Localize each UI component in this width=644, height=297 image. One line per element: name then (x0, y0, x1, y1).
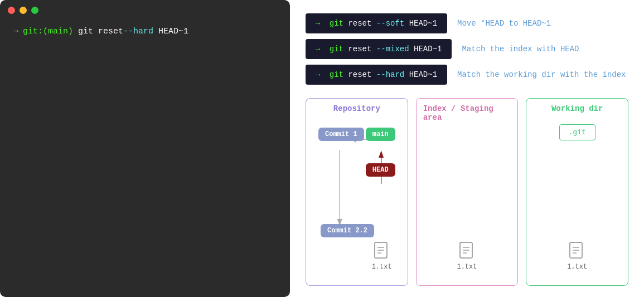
terminal-arrow: → (13, 26, 18, 38)
minimize-button[interactable] (20, 7, 27, 14)
terminal-body: → git:(main) git reset --hard HEAD~1 (0, 20, 290, 44)
cmd-arrow-hard: → (316, 70, 320, 79)
terminal-branch: main (48, 26, 68, 38)
cmd-desc-hard: Match the working dir with the index (457, 70, 626, 79)
index-file-icon-svg (458, 242, 475, 262)
cmd-head-mixed: HEAD~1 (409, 45, 442, 53)
terminal-prompt-end: ) (68, 26, 73, 38)
command-row-mixed: → git reset --mixed HEAD~1 Match the ind… (306, 39, 628, 59)
main-node: main (366, 128, 395, 141)
cmd-git-soft: git (325, 19, 343, 28)
cmd-box-mixed: → git reset --mixed HEAD~1 (306, 39, 452, 59)
cmd-flag-hard: --hard (376, 70, 404, 79)
terminal-cmd: git reset (73, 26, 123, 38)
repo-area: Repository (306, 98, 408, 286)
repo-file: 1.txt (372, 242, 392, 271)
cmd-reset-hard: reset (343, 70, 376, 79)
index-area: Index / Staging area 1.txt (416, 98, 519, 286)
head-node: HEAD (366, 163, 395, 177)
commit22-node: Commit 2.2 (321, 224, 374, 237)
cmd-git-hard: git (325, 70, 343, 79)
cmd-head-hard: HEAD~1 (404, 70, 437, 79)
index-file: 1.txt (457, 242, 477, 271)
workdir-file-label: 1.txt (567, 263, 587, 271)
cmd-flag-soft: --soft (376, 19, 404, 28)
close-button[interactable] (8, 7, 15, 14)
cmd-git-mixed: git (325, 45, 343, 53)
repo-title: Repository (333, 104, 380, 113)
areas-section: Repository (306, 98, 628, 286)
repo-file-label: 1.txt (372, 263, 392, 271)
index-title: Index / Staging area (423, 104, 511, 122)
terminal-cmd2: HEAD~1 (153, 26, 188, 38)
index-content: 1.txt (423, 128, 511, 276)
cmd-arrow-mixed: → (316, 45, 320, 53)
workdir-file: 1.txt (567, 242, 587, 271)
command-row-soft: → git reset --soft HEAD~1 Move *HEAD to … (306, 13, 628, 33)
cmd-head-soft: HEAD~1 (404, 19, 437, 28)
cmd-flag-mixed: --mixed (376, 45, 409, 53)
workdir-content: 1.txt (533, 140, 621, 276)
command-row-hard: → git reset --hard HEAD~1 Match the work… (306, 65, 628, 85)
terminal-flag: --hard (123, 26, 153, 38)
file-icon-svg (374, 242, 390, 262)
cmd-desc-soft: Move *HEAD to HEAD~1 (457, 19, 551, 28)
cmd-desc-mixed: Match the index with HEAD (462, 45, 579, 53)
terminal-panel: → git:(main) git reset --hard HEAD~1 (0, 0, 290, 297)
commands-section: → git reset --soft HEAD~1 Move *HEAD to … (306, 13, 628, 85)
cmd-arrow-soft: → (316, 19, 320, 28)
workdir-title: Working dir (551, 104, 603, 113)
terminal-titlebar (0, 0, 290, 20)
repo-diagram: Commit 1 main HEAD Commit 2.2 1.txt (313, 119, 401, 276)
maximize-button[interactable] (31, 7, 38, 14)
cmd-reset-soft: reset (343, 19, 376, 28)
git-box: .git (559, 124, 595, 140)
commit1-node: Commit 1 (318, 128, 364, 141)
terminal-prompt: git:( (23, 26, 48, 38)
cmd-reset-mixed: reset (343, 45, 376, 53)
right-panel: → git reset --soft HEAD~1 Move *HEAD to … (290, 0, 644, 297)
index-file-label: 1.txt (457, 263, 477, 271)
workdir-area: Working dir .git 1.txt (526, 98, 628, 286)
cmd-box-hard: → git reset --hard HEAD~1 (306, 65, 447, 85)
terminal-line: → git:(main) git reset --hard HEAD~1 (13, 26, 277, 38)
cmd-box-soft: → git reset --soft HEAD~1 (306, 13, 447, 33)
workdir-file-icon-svg (569, 242, 585, 262)
